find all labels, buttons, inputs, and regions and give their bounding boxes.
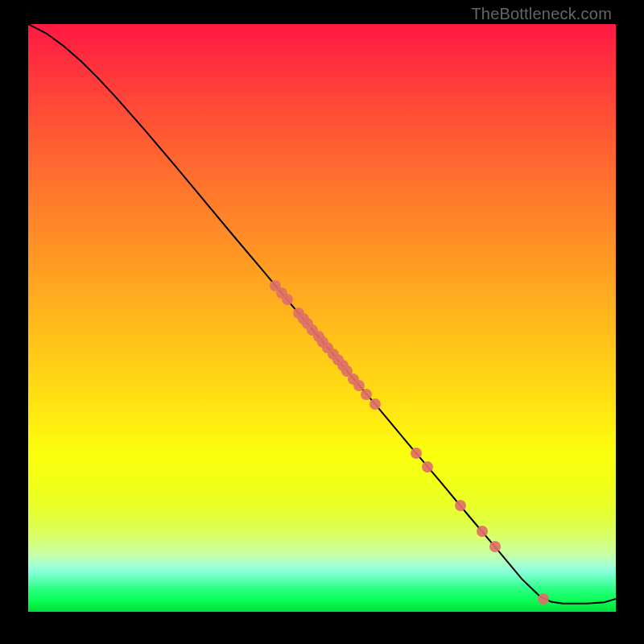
data-point	[538, 593, 549, 605]
data-point	[455, 500, 466, 511]
data-point	[422, 461, 433, 473]
data-point	[361, 389, 372, 400]
points-layer	[28, 24, 616, 612]
chart-container: TheBottleneck.com	[0, 0, 644, 644]
data-point	[411, 448, 422, 459]
data-point	[489, 541, 501, 552]
data-point	[477, 526, 488, 537]
data-point	[282, 294, 293, 305]
watermark-text: TheBottleneck.com	[471, 5, 612, 23]
plot-area	[28, 24, 616, 612]
data-point	[369, 398, 381, 410]
